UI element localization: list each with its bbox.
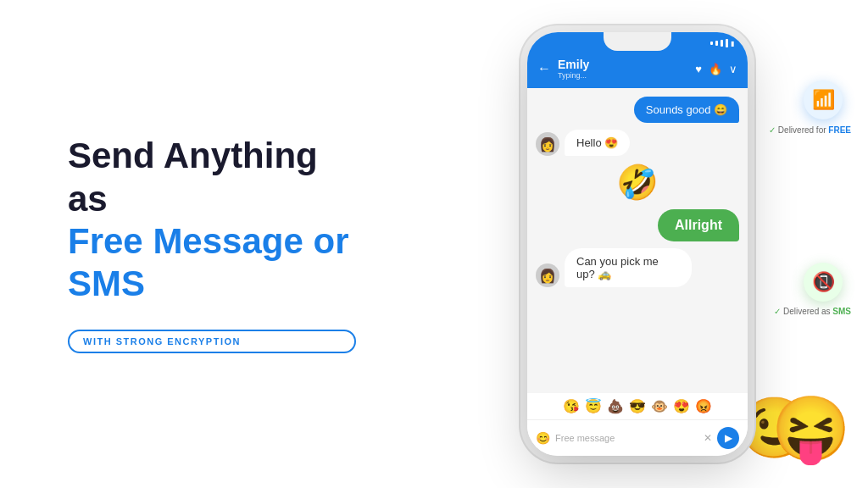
grin-emoji: 😝 [771,392,851,467]
wifi-icon: 📶 [812,89,835,111]
avatar-emily-2: 👩 [536,263,559,287]
signal-bar-4 [726,39,728,47]
sms-icon-bubble: 📵 [804,263,843,302]
phone-notch [604,32,671,51]
signal-bar-3 [721,40,723,47]
message-row-sounds-good: Sounds good 😄 [536,97,739,123]
signal-bar-2 [715,41,718,46]
emoji-keyboard: 😘 😇 💩 😎 🐵 😍 😡 [527,393,748,419]
message-input[interactable]: Free message [555,433,698,443]
encryption-badge: WITH STRONG ENCRYPTION [68,330,356,353]
avatar-emily: 👩 [536,132,559,156]
message-row-hello: 👩 Hello 😍 [536,130,739,156]
right-section: ▮ ← Emily Typing... ♥ 🔥 ∨ Sounds good 😄 [407,0,868,488]
input-bar: 😊 Free message ✕ ▶ [527,419,748,456]
delivered-free-text: Delivered for [778,125,826,135]
fire-icon[interactable]: 🔥 [709,63,722,75]
contact-info: Emily Typing... [558,58,688,80]
message-row-allright: Allright [536,209,739,241]
checkmark-sms-icon: ✓ [774,307,781,316]
wifi-icon-bubble: 📶 [804,80,843,119]
chevron-down-icon[interactable]: ∨ [729,63,737,75]
emoji-key-7[interactable]: 😡 [695,398,712,414]
bubble-hello: Hello 😍 [565,130,630,156]
delivered-sms-label: ✓ Delivered as SMS [774,307,851,316]
free-label: FREE [828,125,851,135]
message-row-pickup: 👩 Can you pick me up? 🚕 [536,248,739,287]
header-icons: ♥ 🔥 ∨ [695,63,737,75]
emoji-key-4[interactable]: 😎 [629,398,646,414]
page-title: Send Anything as Free Message or SMS [68,135,356,306]
emoji-button[interactable]: 😊 [536,431,550,445]
bubble-allright: Allright [658,209,739,241]
bubble-pickup: Can you pick me up? 🚕 [565,248,692,287]
left-section: Send Anything as Free Message or SMS WIT… [0,84,407,404]
contact-status: Typing... [558,71,688,80]
delivered-free-label: ✓ Delivered for FREE [769,125,851,135]
heart-icon[interactable]: ♥ [695,63,702,75]
title-line2: Free Message or SMS [68,221,349,303]
delivered-sms-text: Delivered as [783,307,831,316]
title-line1: Send Anything as [68,136,318,218]
phone-mockup: ▮ ← Emily Typing... ♥ 🔥 ∨ Sounds good 😄 [527,32,748,456]
sms-icon: 📵 [812,271,835,293]
status-icons: ▮ [710,39,734,47]
chat-body: Sounds good 😄 👩 Hello 😍 🤣 Allright 👩 Can… [527,88,748,393]
chat-header: ← Emily Typing... ♥ 🔥 ∨ [527,51,748,88]
emoji-laugh: 🤣 [616,163,659,202]
bubble-sounds-good: Sounds good 😄 [634,97,739,123]
signal-bar-1 [710,42,713,45]
sms-label: SMS [832,307,851,316]
emoji-key-1[interactable]: 😘 [563,398,580,414]
battery-icon: ▮ [731,40,734,47]
emoji-key-6[interactable]: 😍 [673,398,690,414]
back-button[interactable]: ← [537,61,551,76]
send-button[interactable]: ▶ [717,427,739,449]
clear-button[interactable]: ✕ [704,432,712,444]
contact-name: Emily [558,58,688,71]
emoji-key-3[interactable]: 💩 [607,398,624,414]
emoji-key-2[interactable]: 😇 [585,398,602,414]
checkmark-free-icon: ✓ [769,125,776,135]
emoji-key-5[interactable]: 🐵 [651,398,668,414]
